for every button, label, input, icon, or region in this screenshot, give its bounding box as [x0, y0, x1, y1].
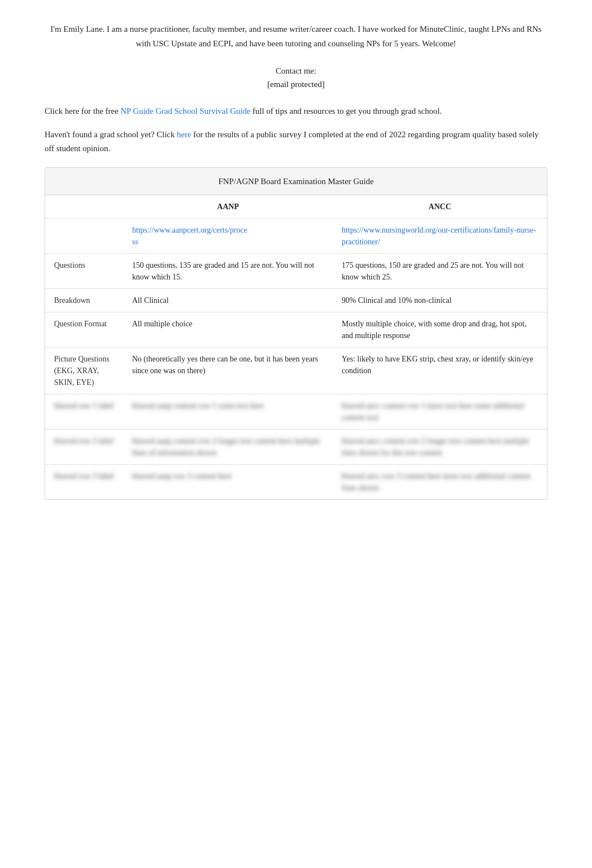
table-row: BreakdownAll Clinical90% Clinical and 10…	[45, 288, 547, 312]
row-ancc: Yes: likely to have EKG strip, chest xra…	[333, 347, 547, 394]
row-aanp: blurred aanp content row 2 longer text c…	[123, 429, 333, 464]
row-label: blurred row 1 label	[45, 394, 123, 429]
row-ancc: blurred ancc content row 2 longer text c…	[333, 429, 547, 464]
ancc-link[interactable]: https://www.nursingworld.org/our-certifi…	[342, 226, 536, 246]
row-aanp: 150 questions, 135 are graded and 15 are…	[123, 253, 333, 288]
np-guide-text-after: full of tips and resources to get you th…	[250, 107, 441, 115]
np-guide-paragraph: Click here for the free NP Guide Grad Sc…	[45, 104, 547, 119]
row-ancc: blurred ancc content row 1 more text her…	[333, 394, 547, 429]
bio-text: I'm Emily Lane. I am a nurse practitione…	[45, 22, 547, 51]
table-header-row: AANP ANCC	[45, 195, 547, 219]
row-ancc: blurred ancc row 3 content here more tex…	[333, 464, 547, 499]
comparison-table: AANP ANCC https://www.aanpcert.org/certs…	[45, 195, 547, 499]
comparison-table-wrapper: FNP/AGNP Board Examination Master Guide …	[45, 167, 547, 500]
row-aanp: All Clinical	[123, 288, 333, 312]
contact-email: [email protected]	[45, 78, 547, 91]
table-row: https://www.aanpcert.org/certs/processht…	[45, 218, 547, 253]
table-title: FNP/AGNP Board Examination Master Guide	[45, 168, 547, 195]
row-aanp: No (theoretically yes there can be one, …	[123, 347, 333, 394]
survey-text-before: Haven't found a grad school yet? Click	[45, 130, 177, 139]
row-label: Breakdown	[45, 288, 123, 312]
row-ancc[interactable]: https://www.nursingworld.org/our-certifi…	[333, 218, 547, 253]
table-row: Picture Questions (EKG, XRAY, SKIN, EYE)…	[45, 347, 547, 394]
row-ancc: 90% Clinical and 10% non-clinical	[333, 288, 547, 312]
row-label: blurred row 3 label	[45, 464, 123, 499]
row-aanp: blurred aanp content row 1 some text her…	[123, 394, 333, 429]
row-ancc: Mostly multiple choice, with some drop a…	[333, 312, 547, 347]
row-label: blurred row 2 label	[45, 429, 123, 464]
np-guide-link[interactable]: NP Guide Grad School Survival Guide	[120, 107, 250, 115]
row-label	[45, 218, 123, 253]
table-row: Question FormatAll multiple choiceMostly…	[45, 312, 547, 347]
row-label: Questions	[45, 253, 123, 288]
contact-section: Contact me: [email protected]	[45, 64, 547, 91]
col-header-empty	[45, 195, 123, 219]
row-aanp: All multiple choice	[123, 312, 333, 347]
np-guide-text-before: Click here for the free	[45, 107, 120, 115]
row-label: Picture Questions (EKG, XRAY, SKIN, EYE)	[45, 347, 123, 394]
survey-link[interactable]: here	[177, 130, 191, 139]
col-header-aanp: AANP	[123, 195, 333, 219]
contact-label: Contact me:	[45, 64, 547, 78]
row-aanp: blurred aanp row 3 content here	[123, 464, 333, 499]
row-ancc: 175 questions, 150 are graded and 25 are…	[333, 253, 547, 288]
row-label: Question Format	[45, 312, 123, 347]
table-row: blurred row 1 labelblurred aanp content …	[45, 394, 547, 429]
table-row: blurred row 3 labelblurred aanp row 3 co…	[45, 464, 547, 499]
intro-section: I'm Emily Lane. I am a nurse practitione…	[45, 22, 547, 51]
table-row: blurred row 2 labelblurred aanp content …	[45, 429, 547, 464]
row-aanp[interactable]: https://www.aanpcert.org/certs/process	[123, 218, 333, 253]
aanp-link[interactable]: https://www.aanpcert.org/certs/process	[132, 226, 247, 246]
col-header-ancc: ANCC	[333, 195, 547, 219]
survey-paragraph: Haven't found a grad school yet? Click h…	[45, 128, 547, 156]
table-row: Questions150 questions, 135 are graded a…	[45, 253, 547, 288]
